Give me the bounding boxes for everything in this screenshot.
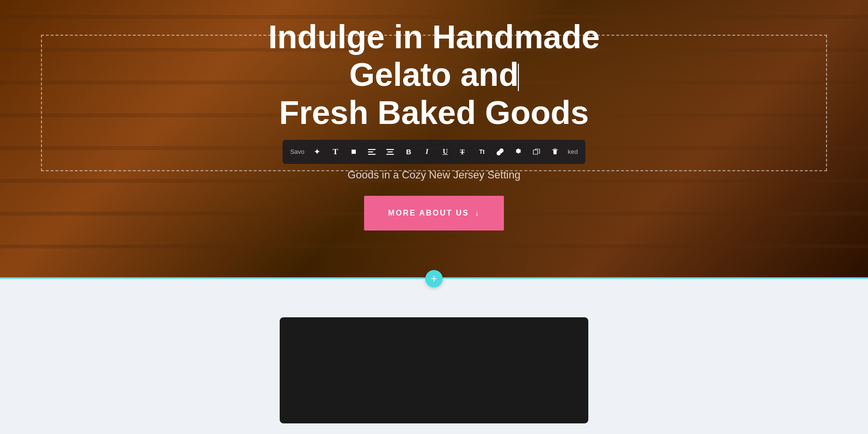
hero-section: Indulge in Handmade Gelato and Fresh Bak… — [0, 0, 868, 277]
svg-rect-1 — [368, 151, 373, 152]
below-section — [0, 279, 868, 434]
toolbar-right-text: ked — [568, 148, 578, 155]
more-about-us-button[interactable]: MORE ABOUT US ↓ — [364, 196, 504, 231]
toolbar-duplicate-btn[interactable] — [528, 143, 545, 161]
hero-title-line2: Fresh Baked Goods — [279, 94, 589, 131]
section-divider: + — [0, 277, 868, 279]
hero-content: Indulge in Handmade Gelato and Fresh Bak… — [0, 47, 868, 231]
toolbar-font-size-btn[interactable]: Tt — [473, 143, 490, 161]
dark-content-card — [280, 317, 588, 423]
toolbar-color-btn[interactable]: ■ — [345, 143, 362, 161]
toolbar-delete-btn[interactable] — [546, 143, 564, 161]
toolbar-settings-btn[interactable] — [510, 143, 527, 161]
hero-title[interactable]: Indulge in Handmade Gelato and Fresh Bak… — [217, 18, 651, 131]
svg-text:T: T — [460, 149, 465, 156]
text-editor-toolbar: Savo ✦ T ■ B I U T Tt — [283, 140, 586, 164]
svg-rect-2 — [368, 154, 376, 155]
toolbar-move-btn[interactable]: ✦ — [308, 143, 326, 161]
svg-rect-5 — [386, 154, 394, 155]
toolbar-bold-btn[interactable]: B — [400, 143, 417, 161]
toolbar-align-center-btn[interactable] — [381, 143, 399, 161]
hero-subtitle: Goods in a Cozy New Jersey Setting — [348, 169, 520, 181]
toolbar-left-text: Savo — [290, 148, 305, 155]
toolbar-text-btn[interactable]: T — [326, 143, 344, 161]
svg-rect-7 — [533, 150, 538, 154]
hero-title-line1: Indulge in Handmade Gelato and — [268, 18, 600, 93]
toolbar-align-left-btn[interactable] — [363, 143, 380, 161]
toolbar-link-btn[interactable] — [491, 143, 509, 161]
cta-label: MORE ABOUT US — [388, 209, 469, 217]
svg-rect-4 — [388, 151, 393, 152]
text-cursor — [518, 64, 519, 92]
add-section-button[interactable]: + — [425, 270, 443, 287]
add-icon: + — [431, 272, 437, 285]
svg-rect-0 — [368, 149, 376, 150]
svg-rect-3 — [386, 149, 394, 150]
toolbar-italic-btn[interactable]: I — [418, 143, 435, 161]
toolbar-strikethrough-btn[interactable]: T — [455, 143, 472, 161]
cta-arrow-icon: ↓ — [475, 209, 480, 217]
toolbar-underline-btn[interactable]: U — [436, 143, 454, 161]
